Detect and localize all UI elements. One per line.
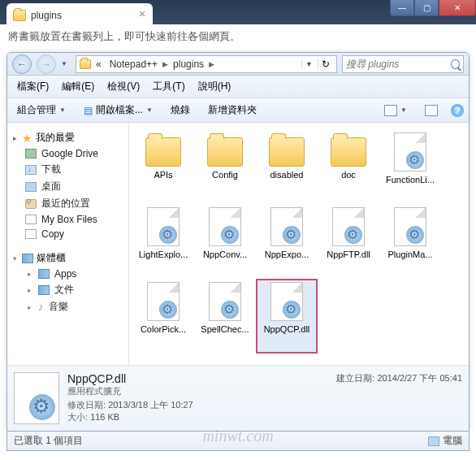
folder-icon: [269, 137, 305, 167]
file-item[interactable]: doc: [318, 129, 379, 204]
folder-icon: [145, 137, 181, 167]
dll-icon: [209, 207, 241, 246]
preview-pane-button[interactable]: [420, 103, 443, 118]
folder-icon: [80, 59, 91, 69]
dll-icon: [394, 132, 426, 171]
new-folder-button[interactable]: 新增資料夾: [203, 102, 262, 119]
chevron-right-icon[interactable]: ▶: [162, 60, 168, 68]
menu-help[interactable]: 說明(H): [193, 78, 236, 95]
file-item[interactable]: APIs: [132, 129, 194, 204]
chevron-right-icon[interactable]: ▶: [209, 60, 214, 68]
dll-icon: [332, 207, 365, 246]
browser-tabstrip: plugins × — ▢ ✕: [0, 0, 476, 24]
file-item[interactable]: Config: [194, 129, 256, 204]
window-buttons: — ▢ ✕: [390, 0, 476, 16]
file-item[interactable]: disabled: [256, 129, 318, 204]
gear-icon: [406, 226, 424, 244]
folder-icon: [13, 10, 26, 21]
search-box[interactable]: [342, 55, 464, 73]
menu-file[interactable]: 檔案(F): [12, 78, 54, 95]
file-label: APIs: [134, 170, 193, 180]
help-icon[interactable]: ?: [451, 104, 464, 117]
folder-icon: [331, 137, 366, 167]
status-location: 電腦: [428, 434, 462, 448]
minimize-button[interactable]: —: [390, 0, 414, 16]
file-item[interactable]: SpellChec...: [194, 279, 256, 354]
refresh-button[interactable]: ↻: [318, 59, 333, 70]
view-options-button[interactable]: ▼: [379, 103, 412, 118]
back-button[interactable]: ←: [12, 54, 32, 74]
sidebar: ▸★我的最愛 Google Drive 下載 桌面 最近的位置 My Box F…: [7, 123, 129, 365]
nav-history-dropdown[interactable]: ▼: [61, 60, 71, 67]
file-item[interactable]: LightExplo...: [132, 204, 194, 279]
gear-icon: [159, 226, 177, 244]
file-icon: [25, 215, 37, 224]
sidebar-item-apps[interactable]: ▸Apps: [11, 267, 125, 281]
address-dropdown[interactable]: ▼: [301, 60, 316, 68]
explorer-body: ▸★我的最愛 Google Drive 下載 桌面 最近的位置 My Box F…: [7, 123, 469, 365]
star-icon: ★: [22, 132, 32, 145]
file-item[interactable]: NppFTP.dll: [318, 204, 379, 279]
music-icon: ♪: [38, 301, 44, 313]
dll-icon: [147, 207, 180, 246]
computer-icon: [428, 436, 439, 446]
breadcrumb-item[interactable]: plugins: [170, 59, 207, 70]
tab-title: plugins: [31, 10, 62, 21]
sidebar-item-copy[interactable]: Copy: [11, 227, 125, 241]
close-button[interactable]: ✕: [439, 0, 476, 16]
maximize-button[interactable]: ▢: [414, 0, 439, 16]
menu-tools[interactable]: 工具(T): [148, 78, 189, 95]
file-item[interactable]: NppConv...: [194, 204, 256, 279]
close-icon[interactable]: ×: [136, 8, 148, 20]
library-icon: [38, 269, 50, 279]
folder-icon: [207, 137, 243, 167]
sidebar-item-recent[interactable]: 最近的位置: [11, 195, 125, 212]
dll-icon: [147, 282, 180, 321]
address-bar[interactable]: « Notepad++ ▶ plugins ▶ ▼ ↻: [76, 55, 337, 73]
file-label: SpellChec...: [196, 324, 254, 335]
menu-edit[interactable]: 編輯(E): [57, 78, 99, 95]
file-item[interactable]: PluginMa...: [379, 204, 441, 279]
file-pane[interactable]: APIsConfigdisableddocFunctionLi...LightE…: [129, 123, 469, 365]
details-thumbnail: [14, 372, 59, 424]
file-label: PluginMa...: [381, 250, 439, 260]
library-icon: [22, 254, 33, 263]
file-item[interactable]: NppQCP.dll: [256, 279, 318, 354]
details-size: 大小: 116 KB: [67, 411, 328, 423]
sidebar-item-desktop[interactable]: 桌面: [11, 178, 125, 195]
sidebar-item-gdrive[interactable]: Google Drive: [11, 146, 125, 161]
file-label: NppQCP.dll: [257, 324, 316, 335]
explorer-window: ← → ▼ « Notepad++ ▶ plugins ▶ ▼ ↻ 檔案(F) …: [6, 52, 470, 432]
sidebar-item-documents[interactable]: ▸文件: [11, 281, 125, 298]
download-icon: [25, 165, 37, 175]
dll-icon: [209, 282, 241, 321]
organize-button[interactable]: 組合管理 ▼: [12, 102, 71, 119]
dll-icon: [394, 207, 426, 246]
sidebar-item-music[interactable]: ▸♪音樂: [11, 298, 125, 315]
file-item[interactable]: FunctionLi...: [379, 129, 441, 204]
explorer-titlebar: ← → ▼ « Notepad++ ▶ plugins ▶ ▼ ↻: [7, 53, 469, 76]
open-button[interactable]: ▤ 開啟檔案... ▼: [79, 102, 158, 119]
menubar: 檔案(F) 編輯(E) 檢視(V) 工具(T) 說明(H): [7, 76, 469, 98]
details-filetype: 應用程式擴充: [67, 385, 328, 397]
gear-icon: [406, 151, 424, 169]
gear-icon: [159, 301, 177, 319]
file-item[interactable]: NppExpo...: [256, 204, 318, 279]
dll-icon: [270, 282, 303, 321]
breadcrumb-item[interactable]: Notepad++: [106, 59, 161, 70]
desktop-icon: [25, 182, 37, 192]
sidebar-favorites[interactable]: ▸★我的最愛: [11, 129, 125, 146]
file-item[interactable]: ColorPick...: [132, 279, 194, 354]
details-created: 建立日期: 2014/2/27 下午 05:41: [336, 372, 462, 424]
search-input[interactable]: [346, 59, 448, 70]
sidebar-libraries[interactable]: ▾媒體櫃: [11, 250, 125, 267]
forward-button[interactable]: →: [37, 54, 56, 74]
sidebar-item-downloads[interactable]: 下載: [11, 161, 125, 178]
details-modified: 修改日期: 2013/3/18 上午 10:27: [67, 399, 328, 411]
breadcrumb-root[interactable]: «: [93, 59, 105, 70]
gear-icon: [344, 226, 362, 244]
browser-tab[interactable]: plugins ×: [6, 3, 153, 24]
burn-button[interactable]: 燒錄: [166, 102, 195, 119]
sidebar-item-boxfiles[interactable]: My Box Files: [11, 212, 125, 227]
menu-view[interactable]: 檢視(V): [102, 78, 145, 95]
